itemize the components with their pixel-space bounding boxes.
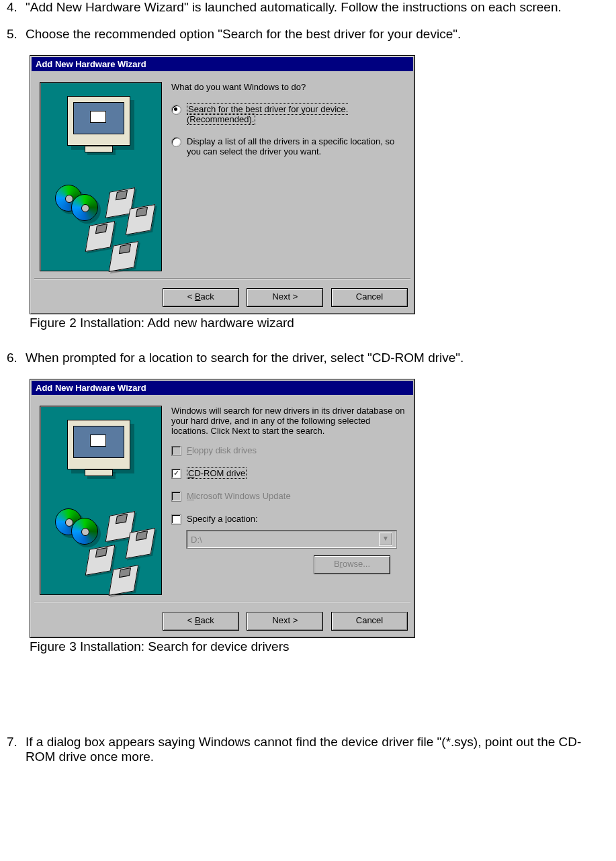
wizard-art-pane xyxy=(40,82,162,271)
floppy-icon xyxy=(109,241,139,272)
wizard-question: What do you want Windows to do? xyxy=(171,82,405,92)
checkbox-label: Floppy disk drives xyxy=(187,445,257,455)
monitor-icon xyxy=(67,96,130,146)
radio-label: Display a list of all the drivers in a s… xyxy=(187,136,405,156)
button-row: < Back Next > Cancel xyxy=(34,602,410,631)
wizard-dialog-1: Add New Hardware Wizard What do you want… xyxy=(30,55,415,314)
step-number: 5. xyxy=(7,27,26,42)
checkbox-ms-update xyxy=(171,492,181,502)
checkbox-cdrom[interactable]: ✓ xyxy=(171,469,181,479)
floppy-icon xyxy=(85,545,116,576)
next-button[interactable]: Next > xyxy=(247,288,323,307)
cd-icon xyxy=(71,194,98,221)
step-number: 7. xyxy=(7,735,26,764)
monitor-stand xyxy=(85,469,113,476)
checkbox-floppy xyxy=(171,446,181,456)
step-text: "Add New Hardware Wizard" is launched au… xyxy=(26,0,609,15)
radio-label: Search for the best driver for your devi… xyxy=(187,104,405,124)
next-button[interactable]: Next > xyxy=(247,612,323,631)
button-row: < Back Next > Cancel xyxy=(34,278,410,307)
checkbox-label: Specify a location: xyxy=(187,514,258,524)
browse-button: Browse... xyxy=(314,555,390,574)
monitor-icon xyxy=(67,420,130,469)
step-text: When prompted for a location to search f… xyxy=(26,351,609,365)
monitor-stand xyxy=(85,146,113,152)
figure-caption: Figure 2 Installation: Add new hardware … xyxy=(30,316,609,330)
location-input: D:\ ▼ xyxy=(186,530,397,549)
checkbox-label: CD-ROM drive xyxy=(187,468,247,478)
cancel-button[interactable]: Cancel xyxy=(331,612,408,631)
titlebar: Add New Hardware Wizard xyxy=(32,57,413,71)
back-button[interactable]: < Back xyxy=(163,288,239,307)
wizard-dialog-2: Add New Hardware Wizard Windows will sea… xyxy=(30,379,415,638)
floppy-icon xyxy=(126,204,156,235)
step-number: 4. xyxy=(7,0,26,15)
floppy-icon xyxy=(85,221,116,252)
location-value: D:\ xyxy=(191,535,202,545)
dropdown-icon: ▼ xyxy=(379,533,392,546)
wizard-art-pane xyxy=(40,406,162,595)
cd-icon xyxy=(71,518,98,545)
radio-search-best[interactable] xyxy=(171,105,181,115)
floppy-icon xyxy=(126,528,156,559)
step-text: If a dialog box appears saying Windows c… xyxy=(26,735,609,764)
step-number: 6. xyxy=(7,351,26,365)
floppy-icon xyxy=(109,565,139,596)
checkbox-specify-location[interactable] xyxy=(171,514,181,525)
back-button[interactable]: < Back xyxy=(163,612,239,631)
titlebar: Add New Hardware Wizard xyxy=(32,381,413,395)
checkbox-label: Microsoft Windows Update xyxy=(187,491,291,501)
cancel-button[interactable]: Cancel xyxy=(331,288,408,307)
figure-caption: Figure 3 Installation: Search for device… xyxy=(30,639,609,654)
wizard-intro: Windows will search for new drivers in i… xyxy=(171,406,405,436)
radio-display-list[interactable] xyxy=(171,137,181,147)
step-text: Choose the recommended option "Search fo… xyxy=(26,27,609,42)
